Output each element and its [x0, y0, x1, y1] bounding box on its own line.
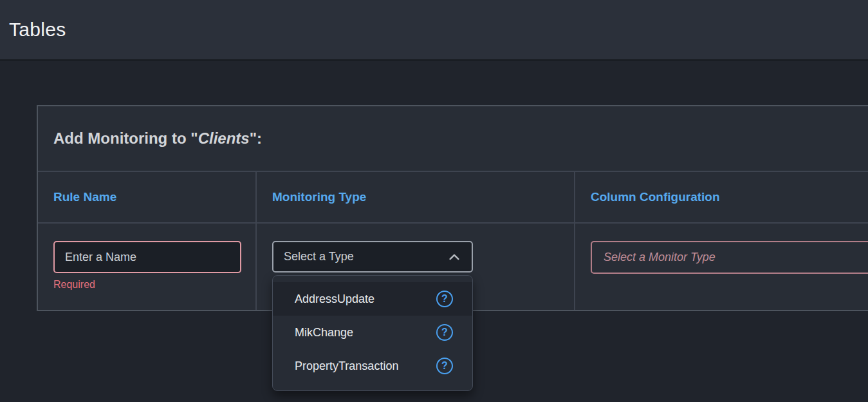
table-header-row: Rule Name Monitoring Type Column Configu…: [38, 171, 868, 222]
table-body-row: Required Select a Type AddressUpdate ? M…: [38, 222, 868, 310]
column-header-rule-name: Rule Name: [38, 172, 255, 222]
rule-name-required-message: Required: [53, 279, 255, 291]
column-header-monitoring-type: Monitoring Type: [255, 172, 574, 222]
add-monitoring-panel: Add Monitoring to "Clients": Rule Name M…: [37, 105, 868, 311]
dropdown-option-addressupdate[interactable]: AddressUpdate ?: [273, 282, 472, 316]
column-header-column-configuration: Column Configuration: [574, 172, 868, 222]
dropdown-option-propertytransaction[interactable]: PropertyTransaction ?: [273, 349, 472, 383]
help-icon[interactable]: ?: [436, 324, 453, 341]
column-configuration-cell: [574, 224, 868, 310]
help-icon[interactable]: ?: [436, 358, 453, 374]
panel-heading-table-name: Clients: [198, 129, 250, 148]
chevron-up-icon: [447, 250, 461, 264]
dropdown-option-label: AddressUpdate: [295, 292, 374, 306]
screen: Tables Add Monitoring to "Clients": Rule…: [0, 0, 868, 402]
rule-name-cell: Required: [38, 224, 255, 310]
dropdown-option-label: PropertyTransaction: [295, 359, 398, 373]
monitoring-type-select[interactable]: Select a Type: [272, 241, 473, 273]
monitoring-type-cell: Select a Type AddressUpdate ? MikChange …: [255, 224, 574, 310]
app-header: Tables: [0, 0, 868, 61]
monitoring-type-select-label: Select a Type: [284, 250, 354, 263]
panel-heading-suffix: ":: [250, 129, 262, 148]
panel-heading-prefix: Add Monitoring to ": [53, 129, 198, 148]
column-configuration-input[interactable]: [591, 241, 868, 274]
dropdown-option-mikchange[interactable]: MikChange ?: [273, 316, 472, 349]
dropdown-option-label: MikChange: [295, 326, 353, 340]
page-title: Tables: [9, 19, 66, 41]
rule-name-input[interactable]: [53, 241, 241, 273]
monitoring-type-dropdown: AddressUpdate ? MikChange ? PropertyTran…: [272, 275, 473, 391]
panel-heading: Add Monitoring to "Clients":: [38, 106, 868, 171]
help-icon[interactable]: ?: [436, 291, 453, 307]
